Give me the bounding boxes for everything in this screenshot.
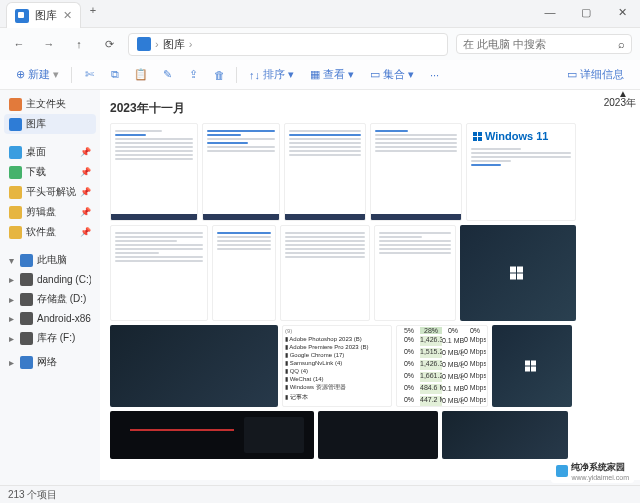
thumbnail[interactable]: 5%28%0%0%0%1,426.30.1 MB/秒0 Mbps0%1,515.… — [396, 325, 488, 407]
pc-icon — [20, 254, 33, 267]
share-button[interactable]: ⇪ — [182, 65, 204, 84]
thumbnail[interactable] — [212, 225, 276, 321]
folder-icon — [9, 226, 22, 239]
chevron-right-icon: › — [155, 38, 159, 50]
back-button[interactable]: ← — [8, 33, 30, 55]
sidebar-quick-item[interactable]: 剪辑盘📌 — [4, 202, 96, 222]
copy-button[interactable]: ⧉ — [104, 65, 126, 84]
sidebar-quick-item[interactable]: 平头哥解说📌 — [4, 182, 96, 202]
sidebar-drive-item[interactable]: ▸存储盘 (D:) — [4, 289, 96, 309]
copy-icon: ⧉ — [111, 68, 119, 81]
drive-icon — [20, 273, 33, 286]
titlebar: 图库 ✕ + — ▢ ✕ — [0, 0, 640, 28]
watermark-brand: 纯净系统家园 www.yidaimei.com — [551, 459, 634, 483]
thumbnail[interactable]: Windows 11 — [466, 123, 576, 221]
toolbar: ⊕ 新建▾ ✄ ⧉ 📋 ✎ ⇪ 🗑 ↑↓ 排序 ▾ ▦ 查看 ▾ ▭ 集合 ▾ … — [0, 60, 640, 90]
drive-icon — [20, 332, 33, 345]
content-pane: ▲ 2023年 2023年十一月 Windows 11 — [100, 90, 640, 480]
paste-button[interactable]: 📋 — [130, 65, 152, 84]
rename-icon: ✎ — [163, 68, 172, 81]
thumbnail[interactable] — [110, 325, 278, 407]
gallery-breadcrumb-icon — [137, 37, 151, 51]
new-tab-button[interactable]: + — [81, 4, 105, 16]
thumbnail[interactable] — [442, 411, 568, 459]
status-bar: 213 个项目 — [0, 485, 640, 503]
breadcrumb-label: 图库 — [163, 37, 185, 52]
thumbnail[interactable] — [202, 123, 280, 221]
sidebar-this-pc[interactable]: ▾ 此电脑 — [4, 250, 96, 270]
refresh-button[interactable]: ⟳ — [98, 33, 120, 55]
drive-icon — [20, 293, 33, 306]
folder-icon — [9, 166, 22, 179]
thumbnail[interactable] — [284, 123, 366, 221]
sidebar-drive-item[interactable]: ▸库存 (F:) — [4, 328, 96, 348]
network-icon — [20, 356, 33, 369]
pin-icon: 📌 — [80, 207, 91, 217]
cut-icon: ✄ — [85, 68, 94, 81]
sidebar-gallery[interactable]: 图库 — [4, 114, 96, 134]
thumbnail[interactable] — [370, 123, 462, 221]
tab-gallery[interactable]: 图库 ✕ — [6, 2, 81, 28]
breadcrumb[interactable]: › 图库 › — [128, 33, 448, 56]
chevron-right-icon: ▸ — [9, 313, 14, 324]
thumbnail[interactable] — [110, 411, 314, 459]
pin-icon: 📌 — [80, 187, 91, 197]
search-box[interactable]: ⌕ — [456, 34, 632, 54]
pin-icon: 📌 — [80, 167, 91, 177]
collection-button[interactable]: ▭ 集合 ▾ — [364, 64, 420, 85]
item-count: 213 个项目 — [8, 488, 57, 502]
thumbnail[interactable] — [460, 225, 576, 321]
chevron-right-icon: ▸ — [9, 274, 14, 285]
paste-icon: 📋 — [134, 68, 148, 81]
thumbnail[interactable] — [110, 225, 208, 321]
chevron-right-icon: ▸ — [9, 357, 14, 368]
details-button[interactable]: ▭ 详细信息 — [561, 64, 630, 85]
chevron-down-icon: ▾ — [9, 255, 14, 266]
delete-icon: 🗑 — [214, 69, 225, 81]
thumbnail[interactable] — [110, 123, 198, 221]
thumbnail[interactable] — [280, 225, 370, 321]
close-window-button[interactable]: ✕ — [604, 0, 640, 24]
forward-button[interactable]: → — [38, 33, 60, 55]
rename-button[interactable]: ✎ — [156, 65, 178, 84]
delete-button[interactable]: 🗑 — [208, 66, 230, 84]
cut-button[interactable]: ✄ — [78, 65, 100, 84]
pin-icon: 📌 — [80, 227, 91, 237]
year-label: 2023年 — [604, 96, 636, 110]
watermark-logo-icon — [556, 465, 568, 477]
sidebar-drive-item[interactable]: ▸Android-x86 (E:) — [4, 309, 96, 328]
address-bar: ← → ↑ ⟳ › 图库 › ⌕ — [0, 28, 640, 60]
date-header: 2023年十一月 — [110, 100, 630, 117]
search-icon[interactable]: ⌕ — [618, 38, 625, 50]
watermark-center: 头条( — [307, 468, 333, 483]
folder-icon — [9, 186, 22, 199]
sidebar-drive-item[interactable]: ▸danding (C:) — [4, 270, 96, 289]
thumbnail[interactable] — [492, 325, 572, 407]
thumbnail-grid: Windows 11 (9)▮ Adobe Photoshop 2023 (B)… — [110, 123, 630, 459]
thumbnail[interactable]: (9)▮ Adobe Photoshop 2023 (B)▮ Adobe Pre… — [282, 325, 392, 407]
thumbnail[interactable] — [374, 225, 456, 321]
chevron-right-icon: ▸ — [9, 294, 14, 305]
new-button[interactable]: ⊕ 新建▾ — [10, 64, 65, 85]
sidebar-network[interactable]: ▸ 网络 — [4, 352, 96, 372]
gallery-tab-icon — [15, 9, 29, 23]
folder-icon — [9, 206, 22, 219]
sidebar-quick-item[interactable]: 软件盘📌 — [4, 222, 96, 242]
minimize-button[interactable]: — — [532, 0, 568, 24]
thumbnail[interactable] — [318, 411, 438, 459]
home-icon — [9, 98, 22, 111]
window-controls: — ▢ ✕ — [532, 0, 640, 24]
sidebar-quick-item[interactable]: 下载📌 — [4, 162, 96, 182]
sort-button[interactable]: ↑↓ 排序 ▾ — [243, 64, 300, 85]
view-button[interactable]: ▦ 查看 ▾ — [304, 64, 360, 85]
more-button[interactable]: ··· — [424, 66, 445, 84]
sidebar-quick-item[interactable]: 桌面📌 — [4, 142, 96, 162]
share-icon: ⇪ — [189, 68, 198, 81]
gallery-icon — [9, 118, 22, 131]
sidebar-home[interactable]: 主文件夹 — [4, 94, 96, 114]
search-input[interactable] — [463, 38, 614, 50]
maximize-button[interactable]: ▢ — [568, 0, 604, 24]
up-button[interactable]: ↑ — [68, 33, 90, 55]
pin-icon: 📌 — [80, 147, 91, 157]
tab-close-icon[interactable]: ✕ — [63, 9, 72, 22]
